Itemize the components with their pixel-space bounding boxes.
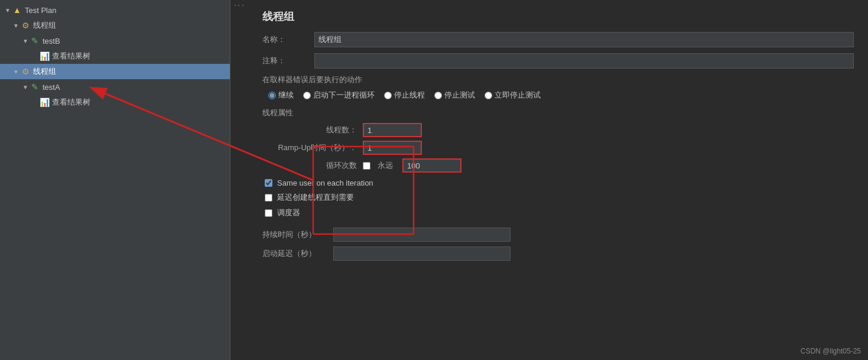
ramp-up-input[interactable] <box>363 141 422 155</box>
feather-icon-testb: ✎ <box>30 35 40 46</box>
radio-continue[interactable]: 继续 <box>268 90 294 100</box>
duration-row: 持续时间（秒） <box>262 228 854 242</box>
sidebar-item-testB[interactable]: ▼ ✎ testB <box>0 33 230 48</box>
sidebar-item-result-tree-2[interactable]: 📊 查看结果树 <box>0 95 230 110</box>
thread-group-1-label: 线程组 <box>33 20 56 31</box>
startup-delay-input[interactable] <box>333 247 511 261</box>
expand-icon: ▼ <box>4 7 12 14</box>
expand-icon-tg2: ▼ <box>12 69 20 75</box>
name-input[interactable] <box>314 32 854 47</box>
sidebar: ▼ ▲ Test Plan ▼ ⚙ 线程组 ▼ ✎ testB 📊 查看结果树 … <box>0 0 230 360</box>
startup-delay-row: 启动延迟（秒） <box>262 247 854 261</box>
gear-icon-2: ⚙ <box>20 66 31 77</box>
result-tree-2-label: 查看结果树 <box>52 97 90 108</box>
comment-input[interactable] <box>314 53 854 69</box>
same-user-checkbox[interactable] <box>265 179 272 187</box>
same-user-label[interactable]: Same user on each iteration <box>277 179 373 187</box>
scheduler-row: 调度器 <box>262 207 854 218</box>
delay-create-row: 延迟创建线程直到需要 <box>262 192 854 203</box>
gear-icon-1: ⚙ <box>20 20 31 31</box>
delay-create-label[interactable]: 延迟创建线程直到需要 <box>277 192 354 203</box>
radio-stop-test-now[interactable]: 立即停止测试 <box>485 90 541 100</box>
radio-stop-test[interactable]: 停止测试 <box>434 90 475 100</box>
thread-count-input[interactable] <box>363 123 422 137</box>
loop-count-row: 循环次数 永远 <box>262 158 854 173</box>
main-panel: 线程组 名称： 注释： 在取样器错误后要执行的动作 继续 启动下一进程循环 停止… <box>248 0 868 360</box>
duration-label: 持续时间（秒） <box>262 229 333 240</box>
loop-count-input[interactable] <box>402 158 461 173</box>
ramp-up-row: Ramp-Up时间（秒）： <box>262 141 854 155</box>
loop-forever-checkbox[interactable] <box>363 162 370 170</box>
ramp-up-label: Ramp-Up时间（秒）： <box>262 142 363 153</box>
expand-icon-testa: ▼ <box>21 84 30 90</box>
watermark: CSDN @light05-25 <box>801 347 861 355</box>
duration-input[interactable] <box>333 228 511 242</box>
testb-label: testB <box>43 37 60 46</box>
result-tree-1-label: 查看结果树 <box>52 51 90 61</box>
name-row: 名称： <box>262 32 854 47</box>
radio-stop-thread[interactable]: 停止线程 <box>384 90 425 100</box>
sidebar-item-thread-group-2[interactable]: ▼ ⚙ 线程组 <box>0 64 230 79</box>
sidebar-item-result-tree-1[interactable]: 📊 查看结果树 <box>0 48 230 64</box>
loop-label: 循环次数 <box>262 160 363 171</box>
resize-handle[interactable]: ⋮ <box>230 0 248 360</box>
comment-label: 注释： <box>262 56 310 66</box>
section-title: 线程组 <box>262 9 854 24</box>
bottom-fields: 持续时间（秒） 启动延迟（秒） <box>262 228 854 261</box>
thread-count-label: 线程数： <box>262 125 363 135</box>
expand-icon-tg1: ▼ <box>12 22 20 29</box>
radio-start-next-loop[interactable]: 启动下一进程循环 <box>303 90 375 100</box>
thread-count-row: 线程数： <box>262 123 854 137</box>
expand-icon-testb: ▼ <box>21 38 30 44</box>
error-action-label: 在取样器错误后要执行的动作 <box>262 74 854 85</box>
comment-row: 注释： <box>262 53 854 69</box>
scheduler-checkbox[interactable] <box>265 209 272 217</box>
error-radio-group: 继续 启动下一进程循环 停止线程 停止测试 立即停止测试 <box>262 90 854 100</box>
thread-group-2-label: 线程组 <box>33 66 56 77</box>
delay-create-checkbox[interactable] <box>265 194 272 202</box>
test-plan-icon: ▲ <box>12 5 22 15</box>
loop-forever-option[interactable]: 永远 <box>363 160 398 171</box>
same-user-row: Same user on each iteration <box>262 179 854 187</box>
testa-label: testA <box>43 83 60 92</box>
feather-icon-testa: ✎ <box>30 82 40 92</box>
startup-delay-label: 启动延迟（秒） <box>262 248 333 259</box>
graph-icon-2: 📊 <box>39 97 50 108</box>
graph-icon-1: 📊 <box>39 51 50 61</box>
test-plan-label: Test Plan <box>25 6 56 15</box>
scheduler-label[interactable]: 调度器 <box>277 207 300 218</box>
thread-props-label: 线程属性 <box>262 108 854 118</box>
sidebar-item-test-plan[interactable]: ▼ ▲ Test Plan <box>0 2 230 18</box>
name-label: 名称： <box>262 34 310 45</box>
sidebar-item-thread-group-1[interactable]: ▼ ⚙ 线程组 <box>0 18 230 33</box>
loop-forever-label: 永远 <box>378 160 393 171</box>
thread-props-grid: 线程数： Ramp-Up时间（秒）： 循环次数 永远 <box>262 123 854 173</box>
sidebar-item-testA[interactable]: ▼ ✎ testA <box>0 79 230 95</box>
